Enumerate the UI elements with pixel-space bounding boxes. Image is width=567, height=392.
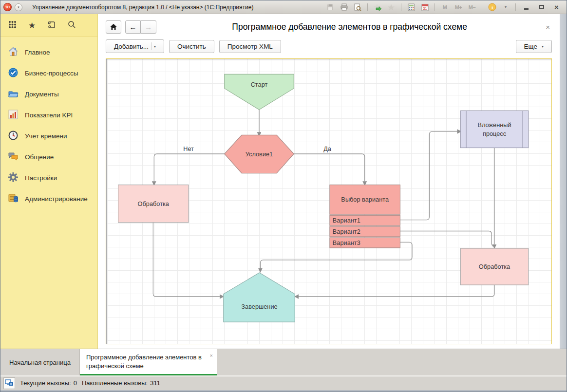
chevron-down-icon: ▾	[505, 5, 507, 9]
sidebar-item-documents[interactable]: Документы	[0, 84, 97, 105]
maximize-button[interactable]	[535, 2, 548, 12]
chevron-down-icon: ▾	[18, 5, 19, 9]
memory-icon[interactable]: M	[443, 4, 447, 10]
forward-arrow-icon: →	[145, 23, 152, 31]
sidebar-item-business-processes[interactable]: Бизнес-процессы	[0, 63, 97, 84]
forward-button[interactable]: →	[141, 20, 156, 34]
close-icon: ×	[210, 353, 213, 358]
chevron-down-icon: ▾	[542, 44, 544, 49]
edge-label-yes: Да	[323, 145, 331, 152]
svg-text:Условие1: Условие1	[246, 150, 273, 158]
kpi-icon	[8, 109, 19, 122]
add-favorite-icon[interactable]	[372, 2, 383, 12]
node-subprocess[interactable]: Вложенный процесс	[460, 111, 529, 148]
svg-text:Завершение: Завершение	[241, 303, 277, 310]
close-button[interactable]: ×	[550, 2, 563, 12]
menu-grid-icon[interactable]	[8, 20, 17, 31]
info-dropdown-button[interactable]: ▾	[500, 2, 511, 12]
flowchart-canvas[interactable]: Нет Да Старт Условие1 Об	[106, 58, 552, 344]
svg-text:Вложенный: Вложенный	[478, 121, 511, 128]
favorite-icon[interactable]	[386, 2, 397, 12]
add-button[interactable]: Добавить... ▾	[106, 39, 164, 53]
tab-close-button[interactable]: ×	[210, 352, 213, 359]
title-bar: 1С ▾ Управление документооборотом 8, ред…	[0, 0, 567, 14]
settings-icon	[8, 172, 19, 185]
page-header: ← → Программное добавление элементов в г…	[98, 14, 560, 34]
home-button[interactable]	[106, 20, 121, 34]
more-button[interactable]: Еще ▾	[516, 40, 552, 53]
sidebar-item-time-tracking[interactable]: Учет времени	[0, 126, 97, 147]
edge-option2-processing[interactable]	[400, 231, 493, 246]
active-tab-indicator	[80, 374, 217, 375]
svg-text:Обработка: Обработка	[138, 200, 170, 207]
calendar-icon[interactable]: 31	[419, 2, 430, 12]
clear-button[interactable]: Очистить	[169, 40, 214, 53]
close-icon: ×	[554, 3, 559, 11]
search-icon[interactable]	[68, 20, 76, 31]
minimize-icon	[524, 8, 529, 10]
page-title: Программное добавление элементов в графи…	[160, 22, 539, 32]
sidebar-item-administration[interactable]: Администрирование	[0, 188, 97, 209]
accumulated-calls-value: 311	[150, 379, 160, 387]
tab-active-page[interactable]: Программное добавление элементов в графи…	[80, 349, 217, 375]
svg-text:Старт: Старт	[251, 81, 268, 88]
print-preview-icon[interactable]	[352, 2, 363, 12]
node-start[interactable]: Старт	[225, 74, 294, 110]
toolbar: Добавить... ▾ Очистить Просмотр XML Еще …	[98, 34, 560, 53]
window-right-edge	[560, 14, 567, 349]
favorites-star-icon[interactable]: ★	[28, 20, 36, 31]
sidebar-item-main[interactable]: Главное	[0, 42, 97, 63]
sidebar-item-settings[interactable]: Настройки	[0, 168, 97, 188]
home-icon	[110, 24, 117, 30]
back-arrow-icon: ←	[130, 23, 137, 31]
print-icon[interactable]	[339, 2, 349, 12]
administration-icon	[8, 193, 19, 205]
back-button[interactable]: ←	[125, 20, 141, 34]
svg-text:i: i	[491, 4, 492, 10]
maximize-icon	[539, 5, 544, 9]
system-menu-button[interactable]: ▾	[15, 3, 22, 11]
documents-icon	[8, 88, 19, 101]
tab-home-page[interactable]: Начальная страница	[0, 349, 80, 375]
svg-text:31: 31	[423, 7, 427, 10]
edge-processingright-end[interactable]	[299, 285, 494, 297]
calculator-icon[interactable]	[406, 2, 416, 12]
client-connection-icon[interactable]	[3, 377, 15, 389]
sidebar: ★ Главное Бизнес-процессы	[0, 14, 98, 349]
node-choice[interactable]: Выбор варианта Вариант1 Вариант2 Вариант…	[330, 185, 400, 248]
node-processing-left[interactable]: Обработка	[118, 185, 189, 223]
info-icon[interactable]: i	[487, 2, 497, 12]
history-icon[interactable]	[47, 20, 56, 31]
node-processing-right[interactable]: Обработка	[460, 248, 529, 285]
edge-condition-yes[interactable]	[294, 154, 364, 181]
edge-processingleft-end[interactable]	[153, 223, 220, 297]
app-window: 1С ▾ Управление документооборотом 8, ред…	[0, 0, 567, 392]
chevron-down-icon: ▾	[154, 44, 156, 49]
edge-label-no: Нет	[183, 145, 194, 152]
edge-condition-no[interactable]	[154, 154, 224, 181]
page-close-button[interactable]: ×	[543, 23, 553, 31]
status-bar: Текущие вызовы: 0 Накопленные вызовы: 31…	[0, 375, 567, 392]
business-process-icon	[8, 67, 19, 80]
window-title: Управление документооборотом 8, редакция…	[32, 4, 253, 11]
close-icon: ×	[546, 23, 550, 31]
minimize-button[interactable]	[520, 2, 532, 12]
current-calls-label: Текущие вызовы:	[20, 379, 71, 387]
memory-minus-icon[interactable]: M–	[469, 4, 475, 10]
node-end[interactable]: Завершение	[224, 273, 295, 322]
sidebar-item-communication[interactable]: Общение	[0, 147, 97, 168]
accumulated-calls-label: Накопленные вызовы:	[82, 379, 148, 387]
tab-bar: Начальная страница Программное добавлени…	[0, 349, 567, 375]
communication-icon	[8, 151, 19, 164]
home-icon	[8, 46, 19, 59]
sidebar-item-kpi[interactable]: Показатели KPI	[0, 105, 97, 126]
edge-option1-subprocess[interactable]	[400, 131, 457, 220]
view-xml-button[interactable]: Просмотр XML	[219, 40, 281, 53]
svg-text:Вариант1: Вариант1	[333, 216, 360, 224]
node-condition[interactable]: Условие1	[225, 135, 294, 173]
svg-text:Вариант2: Вариант2	[333, 227, 360, 235]
sidebar-menu: Главное Бизнес-процессы Документы Показа…	[0, 37, 97, 209]
memory-plus-icon[interactable]: M+	[455, 4, 462, 10]
connectors	[153, 110, 494, 297]
save-icon[interactable]	[325, 2, 336, 12]
